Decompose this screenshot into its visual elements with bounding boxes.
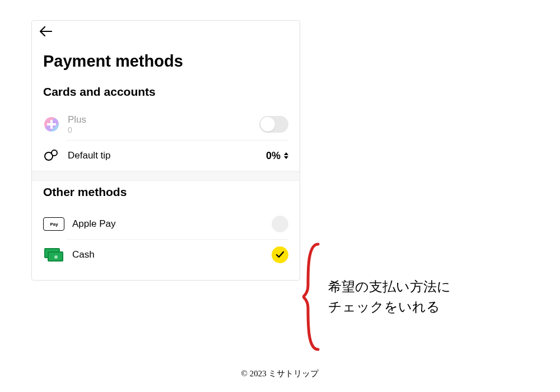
- page-title: Payment methods: [32, 39, 300, 81]
- plus-label: Plus: [68, 114, 251, 125]
- default-tip-value[interactable]: 0%: [266, 150, 288, 162]
- apple-pay-label: Apple Pay: [72, 218, 264, 230]
- apple-pay-radio[interactable]: [272, 216, 288, 232]
- cash-label: Cash: [72, 249, 264, 260]
- section-separator: [32, 171, 300, 181]
- annotation: 希望の支払い方法に チェックをいれる: [302, 241, 451, 353]
- default-tip-row[interactable]: Default tip 0%: [43, 141, 288, 171]
- payment-methods-panel: Payment methods Cards and accounts Plus …: [31, 20, 300, 281]
- brace-icon: [302, 241, 325, 353]
- stepper-arrows-icon: [284, 152, 288, 159]
- other-methods-section: Other methods Pay Apple Pay Cash: [32, 181, 300, 280]
- apple-pay-row[interactable]: Pay Apple Pay: [43, 209, 288, 239]
- section-title-other: Other methods: [43, 181, 288, 209]
- section-title-cards: Cards and accounts: [43, 81, 288, 109]
- cash-row[interactable]: Cash: [43, 240, 288, 270]
- annotation-line2: チェックをいれる: [328, 297, 451, 317]
- copyright: © 2023 ミサトリップ: [0, 368, 560, 379]
- cash-radio[interactable]: [272, 246, 288, 263]
- apple-pay-icon: Pay: [43, 216, 64, 232]
- back-button[interactable]: [32, 21, 300, 39]
- plus-icon: [43, 116, 60, 133]
- cards-and-accounts-section: Cards and accounts Plus 0 Default tip 0%: [32, 81, 300, 171]
- default-tip-label: Default tip: [68, 150, 258, 161]
- plus-toggle[interactable]: [259, 116, 288, 133]
- plus-balance: 0: [68, 125, 251, 134]
- plus-row: Plus 0: [43, 109, 288, 140]
- annotation-line1: 希望の支払い方法に: [328, 277, 451, 297]
- cash-icon: [43, 246, 64, 263]
- coins-icon: [43, 147, 60, 164]
